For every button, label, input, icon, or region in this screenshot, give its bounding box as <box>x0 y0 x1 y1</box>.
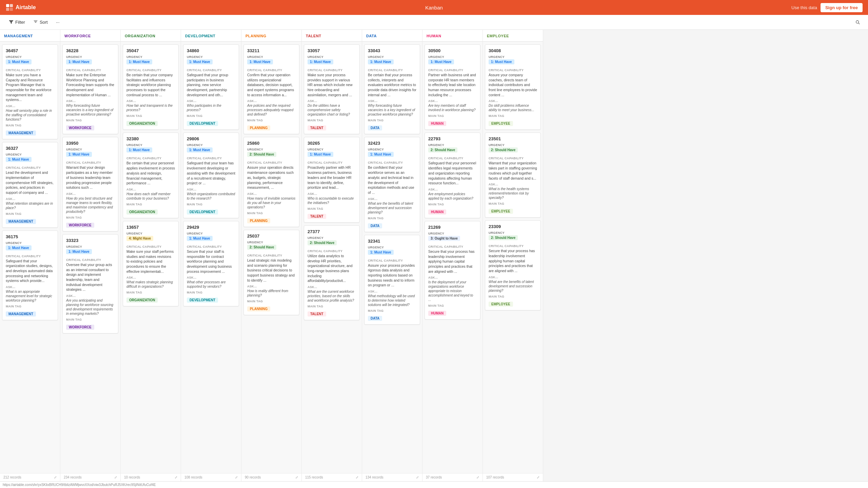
card[interactable]: 36457 URGENCY 1: Must Have CRITICAL CAPA… <box>2 44 58 139</box>
column-header-talent: TALENT <box>302 30 362 42</box>
card-main-tag-label: MAIN TAG <box>247 119 296 122</box>
record-count: 107 records <box>486 475 504 479</box>
card-id: 30265 <box>308 141 356 146</box>
topbar: Airtable Kanban Use this data Sign up fo… <box>0 0 868 15</box>
card-id: 27377 <box>308 229 356 234</box>
card-ask-text: Who participates in the process? <box>187 103 235 112</box>
card[interactable]: 23309 URGENCY 2: Should Have CRITICAL CA… <box>485 220 541 310</box>
card-ask-label: ASK... <box>187 188 235 191</box>
card-ask-text: What makes strategic planning difficult … <box>126 280 175 289</box>
card[interactable]: 25037 URGENCY 2: Should Have CRITICAL CA… <box>243 230 299 315</box>
card-capability-text: Make sure the Enterprise Workforce Plann… <box>66 73 115 97</box>
card-capability-label: CRITICAL CAPABILITY <box>187 157 235 160</box>
expand-icon[interactable]: ⤢ <box>537 475 539 479</box>
column-footer-employee: 107 records⤢ <box>483 473 543 481</box>
card[interactable]: 29806 URGENCY 1: Must Have CRITICAL CAPA… <box>183 133 239 218</box>
card-ask-label: ASK... <box>6 104 54 108</box>
card-ask-text: How fair and transparent is the process? <box>126 103 175 112</box>
record-count: 134 records <box>366 475 383 479</box>
card-capability-label: CRITICAL CAPABILITY <box>489 244 537 248</box>
card-ask-text: Which organizations contributed to the r… <box>187 192 235 201</box>
svg-rect-1 <box>10 4 13 7</box>
card-tag: PLANNING <box>247 125 270 130</box>
card[interactable]: 22793 URGENCY 2: Should Have CRITICAL CA… <box>425 133 480 218</box>
expand-icon[interactable]: ⤢ <box>54 475 57 479</box>
card-ask-text: How do you best structure and manage tea… <box>66 196 115 214</box>
card[interactable]: 35047 URGENCY 1: Must Have CRITICAL CAPA… <box>123 44 179 130</box>
card-urgency-label: URGENCY <box>247 148 296 151</box>
card-id: 34860 <box>187 48 235 53</box>
card[interactable]: 36175 URGENCY 1: Must Have CRITICAL CAPA… <box>2 230 58 320</box>
card-capability-text: Partner with business unit and corporate… <box>428 73 477 97</box>
card[interactable]: 23501 URGENCY 2: Should Have CRITICAL CA… <box>485 133 541 218</box>
expand-icon[interactable]: ⤢ <box>356 475 358 479</box>
urgency-badge: 1: Must Have <box>489 59 514 64</box>
card-capability-label: CRITICAL CAPABILITY <box>308 68 356 72</box>
use-this-data-link[interactable]: Use this data <box>791 5 817 10</box>
card-id: 32380 <box>126 136 175 141</box>
svg-rect-0 <box>6 4 9 7</box>
filter-button[interactable]: Filter <box>5 18 28 27</box>
more-button[interactable]: ··· <box>53 18 63 26</box>
logo-text: Airtable <box>16 4 36 11</box>
card[interactable]: 33211 URGENCY 1: Must Have CRITICAL CAPA… <box>243 44 299 134</box>
expand-icon[interactable]: ⤢ <box>235 475 238 479</box>
card-capability-text: Safeguard that your organization studies… <box>6 259 54 283</box>
card-main-tag-label: MAIN TAG <box>308 207 356 210</box>
card-main-tag-label: MAIN TAG <box>428 114 477 118</box>
card[interactable]: 29429 URGENCY 1: Must Have CRITICAL CAPA… <box>183 221 239 306</box>
expand-icon[interactable]: ⤢ <box>114 475 117 479</box>
column-title-employee: EMPLOYEE <box>487 33 539 39</box>
card-tag: DEVELOPMENT <box>187 298 218 303</box>
card-ask-label: ASK... <box>247 192 296 196</box>
card[interactable]: 33323 URGENCY 1: Must Have CRITICAL CAPA… <box>62 234 118 333</box>
card[interactable]: 34860 URGENCY 1: Must Have CRITICAL CAPA… <box>183 44 239 130</box>
urgency-badge: 2: Should Have <box>489 235 518 240</box>
card-tag: DATA <box>368 125 382 130</box>
card[interactable]: 32423 URGENCY 1: Must Have CRITICAL CAPA… <box>364 137 420 232</box>
card[interactable]: 33950 URGENCY 1: Must Have CRITICAL CAPA… <box>62 137 118 231</box>
signup-button[interactable]: Sign up for free <box>821 3 863 12</box>
column-header-organization: ORGANIZATION <box>121 30 181 42</box>
urgency-badge: 1: Must Have <box>6 157 32 162</box>
card[interactable]: 21269 URGENCY 3: Ought to Have CRITICAL … <box>425 221 480 320</box>
card-id: 33057 <box>308 48 356 53</box>
card[interactable]: 30500 URGENCY 1: Must Have CRITICAL CAPA… <box>425 44 480 130</box>
card-ask-label: ASK... <box>247 285 296 288</box>
card[interactable]: 33057 URGENCY 1: Must Have CRITICAL CAPA… <box>304 44 360 134</box>
card-ask-label: ASK... <box>428 99 477 103</box>
card[interactable]: 30265 URGENCY 1: Must Have CRITICAL CAPA… <box>304 137 360 222</box>
card-ask-label: ASK... <box>247 99 296 103</box>
column-footer-management: 212 records⤢ <box>0 473 60 481</box>
card-main-tag-label: MAIN TAG <box>247 300 296 303</box>
card[interactable]: 32341 URGENCY 1: Must Have CRITICAL CAPA… <box>364 235 420 325</box>
card-capability-text: Warrant that your design participates as… <box>66 165 115 190</box>
urgency-badge: 2: Should Have <box>489 147 518 152</box>
expand-icon[interactable]: ⤢ <box>416 475 419 479</box>
card[interactable]: 33043 URGENCY 1: Must Have CRITICAL CAPA… <box>364 44 420 134</box>
card-tag: PLANNING <box>247 306 270 311</box>
card-capability-text: Confirm that your operation utilizes org… <box>247 73 296 97</box>
card[interactable]: 25860 URGENCY 2: Should Have CRITICAL CA… <box>243 137 299 227</box>
card[interactable]: 36327 URGENCY 1: Must Have CRITICAL CAPA… <box>2 142 58 227</box>
card-capability-label: CRITICAL CAPABILITY <box>247 68 296 72</box>
expand-icon[interactable]: ⤢ <box>175 475 177 479</box>
sort-button[interactable]: Sort <box>30 18 51 27</box>
card-ask-text: How does each staff member contribute to… <box>126 192 175 201</box>
expand-icon[interactable]: ⤢ <box>295 475 298 479</box>
card[interactable]: 27377 URGENCY 2: Should Have CRITICAL CA… <box>304 225 360 320</box>
card-urgency-label: URGENCY <box>308 236 356 240</box>
column-cards-management: 36457 URGENCY 1: Must Have CRITICAL CAPA… <box>0 42 60 473</box>
column-development: DEVELOPMENT 34860 URGENCY 1: Must Have C… <box>181 30 241 481</box>
card[interactable]: 32380 URGENCY 1: Must Have CRITICAL CAPA… <box>123 133 179 218</box>
card[interactable]: 30408 URGENCY 1: Must Have CRITICAL CAPA… <box>485 44 541 130</box>
card[interactable]: 36228 URGENCY 1: Must Have CRITICAL CAPA… <box>62 44 118 134</box>
expand-icon[interactable]: ⤢ <box>476 475 479 479</box>
card-capability-text: Assure your company coaches, directs tea… <box>489 73 537 97</box>
card-capability-label: CRITICAL CAPABILITY <box>6 255 54 258</box>
search-button[interactable] <box>853 18 863 27</box>
card[interactable]: 13657 URGENCY 4: Might Have CRITICAL CAP… <box>123 221 179 306</box>
card-id: 33211 <box>247 48 296 53</box>
card-main-tag-label: MAIN TAG <box>428 304 477 307</box>
card-main-tag-label: MAIN TAG <box>66 318 115 321</box>
